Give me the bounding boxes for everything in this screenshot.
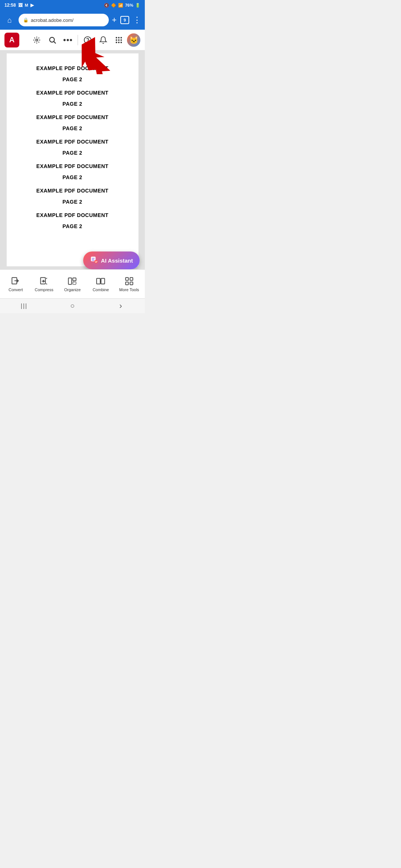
- more-tools-label: More Tools: [119, 287, 139, 292]
- battery-text: 76%: [125, 3, 133, 7]
- organize-label: Organize: [64, 287, 81, 292]
- pdf-page-3: PAGE 2: [62, 125, 82, 131]
- more-options-button[interactable]: •••: [61, 33, 75, 47]
- more-tools-tool[interactable]: More Tools: [115, 276, 143, 292]
- browser-menu-button[interactable]: ⋮: [133, 15, 141, 25]
- pdf-page-6: PAGE 2: [62, 199, 82, 205]
- svg-rect-5: [116, 37, 117, 38]
- pdf-page-4: PAGE 2: [62, 150, 82, 156]
- svg-rect-20: [68, 278, 72, 284]
- grid-menu-button[interactable]: [111, 33, 126, 47]
- gmail-icon: M: [25, 3, 28, 7]
- home-button[interactable]: ⌂: [4, 16, 16, 24]
- compress-label: Compress: [35, 287, 53, 292]
- browser-actions: + 9 ⋮: [112, 15, 141, 25]
- ai-assist-toolbar-button[interactable]: [29, 33, 44, 47]
- svg-point-4: [88, 42, 88, 42]
- svg-rect-6: [118, 37, 120, 38]
- photo-icon: 🖼: [18, 3, 23, 8]
- toolbar-icons: •••: [29, 33, 140, 47]
- combine-tool[interactable]: Combine: [87, 276, 115, 292]
- pdf-line-3: EXAMPLE PDF DOCUMENT: [36, 114, 108, 120]
- battery-icon: 🔋: [135, 3, 140, 8]
- pdf-line-1: EXAMPLE PDF DOCUMENT: [36, 65, 108, 71]
- svg-rect-13: [121, 42, 122, 43]
- nav-recent-button[interactable]: |||: [13, 299, 35, 313]
- search-button[interactable]: [45, 33, 60, 47]
- nav-back-button[interactable]: ‹: [110, 299, 132, 313]
- more-tools-icon: [124, 276, 134, 286]
- signal-icon: 📶: [118, 3, 123, 8]
- help-button[interactable]: [80, 33, 95, 47]
- svg-rect-11: [116, 42, 117, 43]
- app-toolbar: A •••: [0, 30, 145, 50]
- svg-line-2: [54, 42, 56, 43]
- organize-icon: [68, 276, 77, 286]
- svg-rect-25: [125, 277, 128, 280]
- ai-assistant-icon: [90, 256, 98, 266]
- svg-point-17: [94, 260, 98, 263]
- svg-point-0: [36, 39, 38, 41]
- tab-count-button[interactable]: 9: [120, 16, 129, 24]
- svg-rect-12: [118, 42, 120, 43]
- user-avatar[interactable]: 🐱: [127, 33, 140, 47]
- nav-home-button[interactable]: ○: [61, 299, 84, 313]
- svg-rect-27: [125, 282, 128, 285]
- convert-tool[interactable]: Convert: [1, 276, 30, 292]
- svg-rect-23: [97, 278, 101, 284]
- time: 12:58: [4, 3, 16, 8]
- pdf-line-4: EXAMPLE PDF DOCUMENT: [36, 139, 108, 145]
- browser-bar: ⌂ 🔒 acrobat.adobe.com/ + 9 ⋮: [0, 10, 145, 30]
- toolbar-divider: [78, 35, 78, 45]
- pdf-line-6: EXAMPLE PDF DOCUMENT: [36, 188, 108, 194]
- pdf-area: EXAMPLE PDF DOCUMENT PAGE 2 EXAMPLE PDF …: [0, 50, 145, 269]
- svg-rect-8: [116, 39, 117, 41]
- ai-assistant-label: AI Assistant: [101, 257, 133, 264]
- pdf-page-5: PAGE 2: [62, 174, 82, 180]
- compress-tool[interactable]: Compress: [30, 276, 58, 292]
- organize-tool[interactable]: Organize: [58, 276, 87, 292]
- pdf-line-5: EXAMPLE PDF DOCUMENT: [36, 163, 108, 169]
- status-left: 12:58 🖼 M ▶: [4, 3, 34, 8]
- convert-label: Convert: [9, 287, 23, 292]
- combine-label: Combine: [92, 287, 109, 292]
- svg-rect-9: [118, 39, 120, 41]
- convert-icon: [11, 276, 20, 286]
- status-bar: 12:58 🖼 M ▶ 🔇 🔶 📶 76% 🔋: [0, 0, 145, 10]
- pdf-page-2: PAGE 2: [62, 101, 82, 107]
- url-bar[interactable]: 🔒 acrobat.adobe.com/: [19, 14, 109, 26]
- pdf-page-7: PAGE 2: [62, 223, 82, 229]
- svg-rect-26: [130, 277, 133, 280]
- svg-rect-21: [73, 278, 76, 281]
- bottom-toolbar: Convert Compress Organize: [0, 269, 145, 298]
- status-right: 🔇 🔶 📶 76% 🔋: [104, 3, 140, 8]
- wifi-icon: 🔶: [111, 3, 116, 8]
- pdf-line-2: EXAMPLE PDF DOCUMENT: [36, 90, 108, 96]
- pdf-page: EXAMPLE PDF DOCUMENT PAGE 2 EXAMPLE PDF …: [7, 53, 138, 266]
- svg-point-1: [50, 37, 55, 42]
- ai-assistant-button[interactable]: AI Assistant: [83, 251, 140, 269]
- acrobat-logo: A: [4, 33, 19, 47]
- add-tab-button[interactable]: +: [112, 15, 117, 25]
- youtube-icon: ▶: [30, 3, 34, 8]
- lock-icon: 🔒: [23, 17, 29, 23]
- pdf-page-1: PAGE 2: [62, 76, 82, 82]
- notifications-button[interactable]: [96, 33, 111, 47]
- pdf-line-7: EXAMPLE PDF DOCUMENT: [36, 212, 108, 218]
- svg-rect-28: [130, 282, 133, 285]
- svg-rect-19: [40, 277, 45, 284]
- compress-icon: [39, 276, 49, 286]
- svg-rect-24: [101, 278, 105, 284]
- nav-bar: ||| ○ ‹: [0, 298, 145, 313]
- mute-icon: 🔇: [104, 3, 109, 8]
- svg-rect-7: [121, 37, 122, 38]
- combine-icon: [96, 276, 105, 286]
- url-text: acrobat.adobe.com/: [31, 17, 104, 23]
- svg-rect-22: [73, 282, 76, 285]
- svg-rect-10: [121, 39, 122, 41]
